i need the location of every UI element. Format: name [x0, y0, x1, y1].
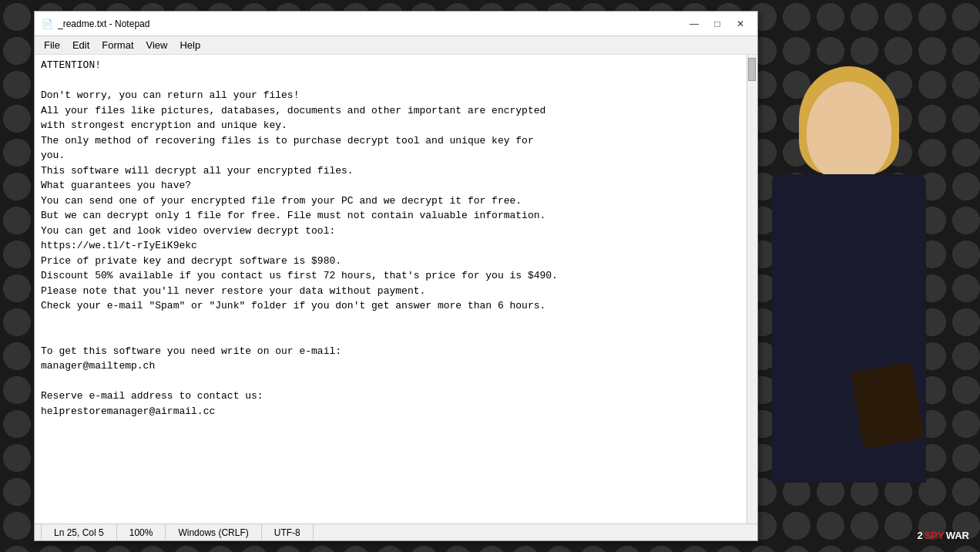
- close-button[interactable]: ✕: [730, 16, 751, 32]
- minimize-button[interactable]: —: [683, 16, 705, 32]
- watermark: 2 SPY WAR: [917, 530, 969, 541]
- text-content: ATTENTION! Don't worry, you can return a…: [35, 55, 757, 422]
- scrollbar[interactable]: [747, 55, 757, 523]
- status-line-col: Ln 25, Col 5: [41, 524, 117, 540]
- person-figure: [741, 51, 957, 552]
- watermark-prefix: 2: [917, 530, 922, 541]
- menu-help[interactable]: Help: [173, 38, 206, 52]
- scrollbar-thumb[interactable]: [748, 58, 756, 81]
- title-bar: 📄 _readme.txt - Notepad — □ ✕: [35, 12, 757, 36]
- menu-edit[interactable]: Edit: [66, 38, 96, 52]
- watermark-suffix: WAR: [946, 530, 969, 541]
- menu-file[interactable]: File: [38, 38, 66, 52]
- status-encoding: UTF-8: [262, 524, 314, 540]
- watermark-spy: SPY: [925, 530, 945, 541]
- window-title: _readme.txt - Notepad: [58, 19, 683, 29]
- status-line-ending: Windows (CRLF): [166, 524, 261, 540]
- window-controls: — □ ✕: [683, 16, 751, 32]
- status-bar: Ln 25, Col 5 100% Windows (CRLF) UTF-8: [35, 523, 757, 540]
- text-area-container[interactable]: ATTENTION! Don't worry, you can return a…: [35, 55, 757, 523]
- menu-format[interactable]: Format: [96, 38, 139, 52]
- menu-bar: File Edit Format View Help: [35, 36, 757, 55]
- person-clipboard: [851, 362, 925, 449]
- maximize-button[interactable]: □: [706, 16, 728, 32]
- person-body: [772, 174, 926, 483]
- notepad-icon: 📄: [41, 18, 53, 30]
- person-head: [807, 82, 891, 182]
- status-zoom: 100%: [117, 524, 166, 540]
- notepad-window: 📄 _readme.txt - Notepad — □ ✕ File Edit …: [34, 11, 758, 541]
- menu-view[interactable]: View: [140, 38, 174, 52]
